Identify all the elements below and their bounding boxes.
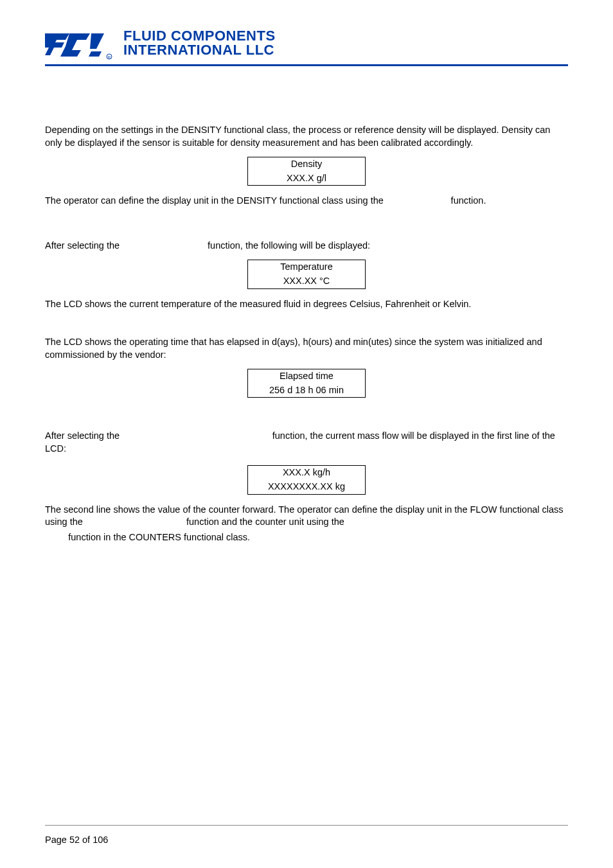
density-section: Depending on the settings in the DENSITY… (45, 124, 568, 208)
density-after: The operator can define the display unit… (45, 195, 568, 208)
elapsed-section: The LCD shows the operating time that ha… (45, 336, 568, 398)
brand-line2: INTERNATIONAL LLC (123, 43, 276, 57)
temperature-lcd-line1: Temperature (248, 260, 365, 274)
brand-text: FLUID COMPONENTS INTERNATIONAL LLC (123, 29, 276, 57)
density-lcd-line2: XXX.X g/l (248, 172, 365, 186)
brand-line1: FLUID COMPONENTS (123, 29, 276, 43)
page: R FLUID COMPONENTS INTERNATIONAL LLC Dep… (0, 0, 613, 868)
page-number: Page 52 of 106 (45, 835, 108, 845)
elapsed-lcd-line2: 256 d 18 h 06 min (248, 384, 365, 398)
temperature-section: After selecting the function, the follow… (45, 240, 568, 310)
svg-text:R: R (108, 55, 111, 59)
footer-rule (45, 825, 568, 826)
massflow-after1: The second line shows the value of the c… (45, 504, 568, 529)
svg-marker-2 (90, 33, 104, 49)
massflow-after2: function in the COUNTERS functional clas… (45, 531, 568, 544)
massflow-lcd-line2: XXXXXXXX.XX kg (248, 480, 365, 494)
fci-logo-icon: R (45, 26, 116, 60)
header-rule (45, 64, 568, 66)
temperature-intro: After selecting the function, the follow… (45, 240, 568, 252)
massflow-lcd: XXX.X kg/h XXXXXXXX.XX kg (247, 465, 366, 494)
header: R FLUID COMPONENTS INTERNATIONAL LLC (45, 26, 568, 60)
massflow-lcd-line1: XXX.X kg/h (248, 466, 365, 480)
svg-marker-3 (89, 51, 102, 57)
elapsed-lcd: Elapsed time 256 d 18 h 06 min (247, 369, 366, 398)
elapsed-paragraph: The LCD shows the operating time that ha… (45, 336, 568, 361)
massflow-intro: After selecting the function, the curren… (45, 430, 568, 455)
massflow-section: After selecting the function, the curren… (45, 430, 568, 544)
temperature-after: The LCD shows the current temperature of… (45, 298, 568, 311)
density-lcd-line1: Density (248, 157, 365, 172)
density-paragraph: Depending on the settings in the DENSITY… (45, 124, 568, 149)
temperature-lcd: Temperature XXX.XX °C (247, 260, 366, 288)
elapsed-lcd-line1: Elapsed time (248, 369, 365, 384)
temperature-lcd-line2: XXX.XX °C (248, 274, 365, 288)
density-lcd: Density XXX.X g/l (247, 157, 366, 186)
